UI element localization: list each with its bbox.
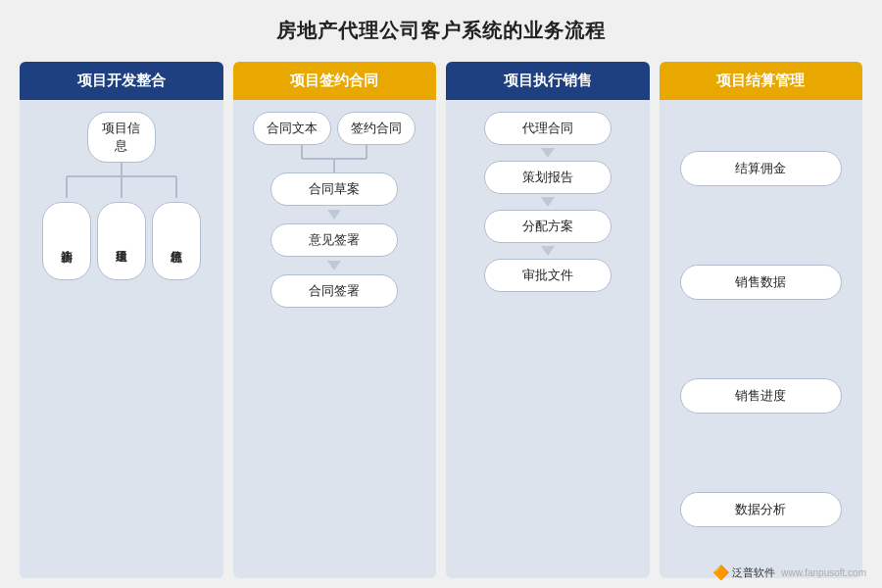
col4-body: 结算佣金 销售数据 销售进度 数据分析 [660,100,863,578]
col1-branches: 初步筛选 组建项目 信息统筹 [42,202,201,280]
column-1: 项目开发整合 项目信息 [20,62,223,578]
col2-arrow-0 [327,210,341,220]
col2-body: 合同文本 签约合同 合同草案 意见签署 [233,100,437,578]
column-2: 项目签约合同 合同文本 签约合同 合 [233,62,437,578]
col3-arrow-1 [541,197,555,207]
col3-arrow-2 [541,246,555,256]
column-3: 项目执行销售 代理合同 策划报告 分配方案 审批文件 [446,62,650,578]
col2-top-box-1: 签约合同 [337,112,416,145]
watermark: 🔶 泛普软件 www.fanpusoft.com [712,564,866,580]
watermark-icon: 🔶 [712,564,729,580]
col2-flow-0: 合同草案 [270,172,398,206]
col3-flow-0: 代理合同 [484,112,612,145]
col4-header: 项目结算管理 [660,62,863,100]
col4-box-0: 结算佣金 [680,151,842,186]
col2-header: 项目签约合同 [233,62,437,100]
column-4: 项目结算管理 结算佣金 销售数据 销售进度 数据分析 [660,62,863,578]
watermark-url: www.fanpusoft.com [781,567,866,578]
col1-branch-1: 组建项目 [97,202,146,280]
col2-flow-2: 合同签署 [270,274,398,308]
col2-top-row: 合同文本 签约合同 [243,112,427,145]
page-title: 房地产代理公司客户系统的业务流程 [276,18,606,44]
col4-box-2: 销售进度 [680,378,842,414]
col3-body: 代理合同 策划报告 分配方案 审批文件 [446,100,650,578]
col1-top: 项目信息 [83,112,160,163]
columns-wrapper: 项目开发整合 项目信息 [20,62,862,578]
col2-top-box-0: 合同文本 [253,112,331,145]
col1-branch-2: 信息统筹 [152,202,201,280]
col1-top-box: 项目信息 [87,112,156,163]
col2-arrow-1 [327,261,341,270]
col3-flow-1: 策划报告 [484,161,612,194]
col2-flow-1: 意见签署 [270,223,398,257]
col3-header: 项目执行销售 [446,62,650,100]
col1-branch-0: 初步筛选 [42,202,91,280]
col1-tree-svg [43,163,200,198]
col3-flow-2: 分配方案 [484,210,612,243]
col3-flow-3: 审批文件 [484,259,612,292]
col1-header: 项目开发整合 [20,62,223,100]
col4-box-3: 数据分析 [680,492,842,527]
col4-box-1: 销售数据 [680,265,842,300]
watermark-logo: 泛普软件 [732,565,775,580]
col1-body: 项目信息 初步筛选 组建项目 [20,100,223,578]
col3-arrow-0 [541,148,555,158]
col2-merge-connector [243,145,427,172]
